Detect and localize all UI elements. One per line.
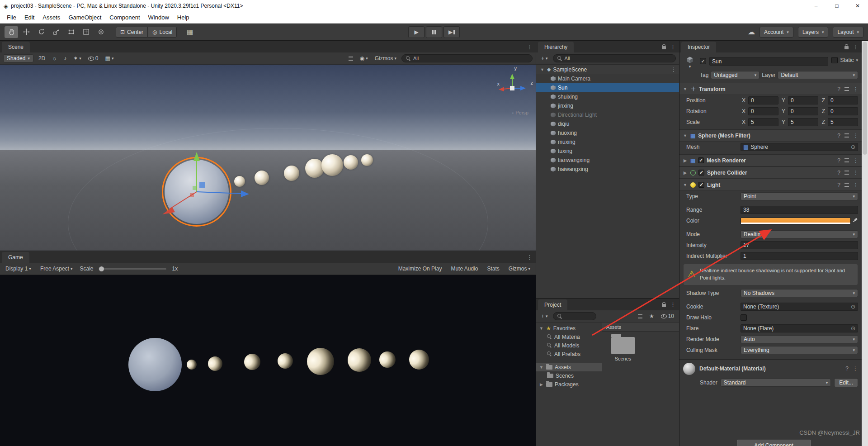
- caret-down-icon[interactable]: ▾: [856, 58, 858, 62]
- rotate-tool-button[interactable]: [34, 26, 48, 38]
- material-kebab-icon[interactable]: ⋮: [853, 365, 858, 372]
- component-kebab-icon[interactable]: ⋮: [853, 170, 859, 176]
- shader-edit-button[interactable]: Edit...: [834, 378, 858, 387]
- hierarchy-create-button[interactable]: +▾: [539, 55, 550, 62]
- scale-y-field[interactable]: [788, 118, 818, 126]
- position-y-field[interactable]: [788, 96, 818, 104]
- menu-file[interactable]: File: [3, 13, 20, 22]
- culling-mask-dropdown[interactable]: Everything▾: [741, 346, 858, 354]
- move-gizmo[interactable]: [147, 147, 255, 237]
- hierarchy-search-field[interactable]: All: [553, 54, 676, 62]
- fold-open-icon[interactable]: ▼: [683, 133, 688, 138]
- pause-button[interactable]: [426, 26, 442, 38]
- preset-icon[interactable]: [844, 171, 849, 175]
- lock-icon[interactable]: [662, 304, 666, 307]
- assets-folder-row[interactable]: ▼Assets: [536, 363, 602, 371]
- fold-closed-icon[interactable]: ▶: [683, 158, 688, 163]
- add-component-button[interactable]: Add Component: [737, 440, 811, 446]
- rotation-x-field[interactable]: [748, 107, 778, 115]
- light-component-header[interactable]: ▼ ✓ Light ?⋮: [679, 179, 862, 191]
- mesh-filter-component-header[interactable]: ▼ ▦ Sphere (Mesh Filter) ?⋮: [679, 129, 862, 142]
- transform-tool-button[interactable]: [79, 26, 93, 38]
- gameobject-cube-icon[interactable]: ▾: [683, 56, 697, 69]
- grid-visibility-toggle[interactable]: ▦▾: [104, 55, 116, 62]
- pivot-local-button[interactable]: ◎Local: [148, 27, 177, 38]
- static-checkbox[interactable]: [831, 57, 838, 63]
- scene-audio-toggle[interactable]: ♪: [62, 55, 68, 62]
- menu-gameobject[interactable]: GameObject: [64, 13, 105, 22]
- object-picker-icon[interactable]: ⊙: [851, 325, 855, 332]
- step-button[interactable]: ▶: [443, 26, 460, 38]
- scale-z-field[interactable]: [828, 118, 858, 126]
- component-kebab-icon[interactable]: ⋮: [853, 157, 859, 164]
- hierarchy-item-shuixing[interactable]: shuixing: [536, 92, 679, 101]
- scale-slider[interactable]: [99, 268, 166, 270]
- planet-sphere[interactable]: [305, 159, 324, 178]
- fold-closed-icon[interactable]: ▶: [539, 382, 544, 387]
- light-intensity-field[interactable]: [741, 241, 858, 249]
- component-kebab-icon[interactable]: ⋮: [853, 182, 859, 188]
- position-z-field[interactable]: [828, 96, 858, 104]
- hierarchy-item-diqiu[interactable]: diqiu: [536, 119, 679, 128]
- draw-halo-checkbox[interactable]: [741, 314, 747, 321]
- scale-tool-button[interactable]: [49, 26, 63, 38]
- tab-hierarchy[interactable]: Hierarchy: [538, 42, 574, 52]
- hierarchy-item-sun[interactable]: Sun: [536, 83, 679, 92]
- perspective-toggle[interactable]: ‹Persp: [512, 110, 528, 115]
- toggle-2d-button[interactable]: 2D: [37, 55, 47, 62]
- sphere-collider-enabled-checkbox[interactable]: ✓: [698, 170, 704, 176]
- scene-camera-settings[interactable]: ◉▾: [358, 55, 370, 62]
- scene-gizmos-dropdown[interactable]: Gizmos▾: [373, 55, 398, 62]
- light-color-swatch[interactable]: [741, 218, 851, 224]
- menu-edit[interactable]: Edit: [20, 13, 38, 22]
- fold-open-icon[interactable]: ▼: [540, 67, 545, 72]
- planet-sphere[interactable]: [361, 154, 373, 166]
- hierarchy-menu-kebab-icon[interactable]: ⋮: [670, 43, 676, 50]
- light-enabled-checkbox[interactable]: ✓: [698, 182, 704, 188]
- inspector-menu-kebab-icon[interactable]: ⋮: [853, 43, 859, 50]
- game-menu-kebab-icon[interactable]: ⋮: [527, 254, 533, 261]
- component-kebab-icon[interactable]: ⋮: [853, 86, 859, 92]
- tab-game[interactable]: Game: [2, 252, 29, 263]
- rotation-y-field[interactable]: [788, 107, 818, 115]
- eyedropper-icon[interactable]: [853, 218, 858, 223]
- custom-tool-button[interactable]: [94, 26, 108, 38]
- fold-closed-icon[interactable]: ▶: [683, 171, 688, 175]
- pivot-center-button[interactable]: ⊡Center: [116, 27, 148, 38]
- scale-x-field[interactable]: [748, 118, 778, 126]
- menu-component[interactable]: Component: [105, 13, 144, 22]
- favorite-all-prefabs[interactable]: All Prefabs: [536, 350, 602, 358]
- rotation-z-field[interactable]: [828, 107, 858, 115]
- mesh-object-field[interactable]: ▦Sphere⊙: [741, 143, 858, 151]
- game-viewport[interactable]: [0, 275, 536, 446]
- tag-dropdown[interactable]: Untagged▾: [711, 71, 760, 79]
- hierarchy-item-tuxing[interactable]: tuxing: [536, 147, 679, 156]
- project-create-button[interactable]: +▾: [539, 313, 550, 320]
- flare-object-field[interactable]: None (Flare)⊙: [741, 324, 858, 332]
- preset-icon[interactable]: [844, 133, 849, 138]
- sphere-collider-component-header[interactable]: ▶ ✓ Sphere Collider ?⋮: [679, 166, 862, 179]
- light-type-dropdown[interactable]: Point▾: [741, 192, 858, 200]
- scene-lighting-toggle[interactable]: ☼: [50, 55, 59, 62]
- help-icon[interactable]: ?: [845, 365, 849, 372]
- hierarchy-item-tianwangxing[interactable]: tianwangxing: [536, 156, 679, 165]
- position-x-field[interactable]: [748, 96, 778, 104]
- object-name-field[interactable]: [709, 57, 828, 66]
- help-icon[interactable]: ?: [837, 170, 840, 176]
- scene-effects-toggle[interactable]: ✶▾: [71, 55, 83, 62]
- favorite-all-models[interactable]: All Models: [536, 341, 602, 350]
- project-hidden-count[interactable]: 10: [659, 313, 676, 320]
- game-gizmos-dropdown[interactable]: Gizmos▾: [507, 265, 532, 272]
- tab-scene[interactable]: Scene: [2, 42, 30, 52]
- tab-inspector[interactable]: Inspector: [681, 42, 716, 52]
- favorites-folder[interactable]: ▼★Favorites: [536, 324, 602, 332]
- hierarchy-item-haiwangxing[interactable]: haiwangxing: [536, 165, 679, 174]
- help-icon[interactable]: ?: [837, 157, 840, 164]
- help-icon[interactable]: ?: [837, 133, 840, 139]
- scrollbar-thumb[interactable]: [863, 42, 867, 155]
- menu-assets[interactable]: Assets: [38, 13, 64, 22]
- account-dropdown[interactable]: Account▾: [760, 27, 793, 38]
- light-mode-dropdown[interactable]: Realtime▾: [741, 230, 858, 238]
- project-search-field[interactable]: [553, 312, 596, 320]
- packages-folder-row[interactable]: ▶Packages: [536, 380, 602, 389]
